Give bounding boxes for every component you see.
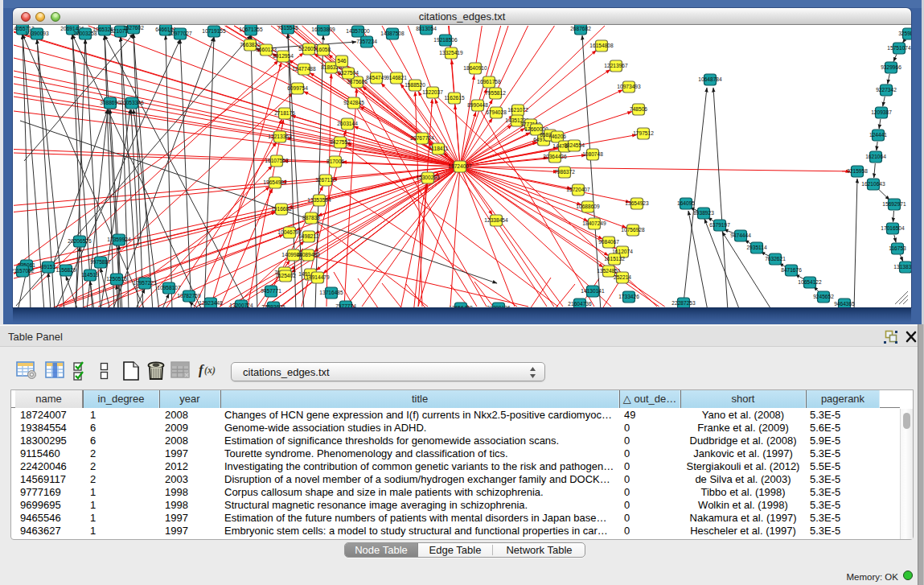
svg-text:15300293: 15300293 [416,175,440,180]
svg-text:1621064: 1621064 [865,154,886,159]
svg-text:3875685: 3875685 [347,79,368,84]
svg-text:22287253: 22287253 [671,300,696,306]
svg-text:39153: 39153 [41,264,56,270]
svg-text:3088690: 3088690 [100,100,121,105]
svg-text:10671355: 10671355 [239,27,263,32]
svg-text:14130141: 14130141 [581,288,605,294]
svg-text:1527602: 1527602 [123,25,144,31]
svg-text:13200724: 13200724 [229,303,253,307]
svg-text:10973493: 10973493 [617,84,641,89]
svg-text:21593605: 21593605 [261,304,285,307]
svg-text:9242845: 9242845 [343,100,364,105]
svg-text:13716485: 13716485 [319,290,343,295]
svg-text:13353594: 13353594 [307,197,331,203]
svg-text:9245652: 9245652 [813,294,834,299]
svg-text:1797512: 1797512 [633,130,654,136]
svg-text:10654122: 10654122 [798,279,822,285]
svg-text:2687682: 2687682 [570,26,591,31]
svg-text:12338454: 12338454 [484,217,508,223]
svg-text:1162615: 1162615 [444,95,465,101]
svg-text:10688609: 10688609 [576,204,600,209]
svg-text:9227342: 9227342 [876,87,897,93]
svg-text:1621072: 1621072 [507,107,528,113]
svg-text:8938923: 8938923 [693,210,714,216]
svg-text:8912954: 8912954 [273,53,294,59]
svg-text:14387508: 14387508 [380,31,405,36]
svg-text:20206576: 20206576 [68,238,92,244]
svg-text:12213363: 12213363 [268,134,292,139]
svg-text:1322037: 1322037 [422,89,443,95]
svg-text:15692971: 15692971 [882,201,906,207]
svg-text:21209136: 21209136 [487,305,511,307]
svg-text:1156829: 1156829 [55,267,76,273]
svg-text:9084067: 9084067 [598,239,619,245]
svg-text:2718176: 2718176 [274,110,295,116]
svg-text:13138398: 13138398 [893,264,911,270]
svg-text:2935114: 2935114 [746,245,767,250]
svg-text:12477488: 12477488 [292,66,316,72]
svg-text:20364436: 20364436 [543,154,567,159]
svg-text:8660123: 8660123 [256,47,277,52]
svg-text:8454749: 8454749 [366,75,387,80]
svg-text:12656458: 12656458 [449,305,473,307]
svg-text:16053809: 16053809 [311,27,335,32]
svg-text:9327504: 9327504 [338,70,359,76]
svg-text:21604736: 21604736 [568,301,592,307]
svg-text:3824554: 3824554 [564,142,585,148]
svg-text:9146821: 9146821 [386,75,407,80]
svg-text:1250515: 1250515 [106,276,127,282]
svg-text:17957223: 17957223 [133,280,157,286]
svg-text:1588520: 1588520 [405,82,425,88]
svg-text:16961758: 16961758 [477,79,501,84]
svg-text:14089483: 14089483 [296,252,320,257]
svg-text:3259810: 3259810 [898,31,911,36]
svg-text:1209387: 1209387 [871,109,892,115]
svg-text:7977734: 7977734 [335,303,356,307]
svg-text:817006: 817006 [326,159,344,164]
svg-text:746206: 746206 [548,134,566,139]
svg-text:7955812: 7955812 [485,90,506,96]
svg-text:7986372: 7986372 [554,169,575,175]
svg-text:8471676: 8471676 [781,267,802,273]
svg-text:10756928: 10756928 [621,227,645,233]
svg-text:114519: 114519 [81,272,99,278]
svg-text:19218506: 19218506 [433,37,458,43]
svg-text:12923448: 12923448 [199,300,223,306]
svg-text:9329966: 9329966 [881,64,901,70]
svg-text:10958107: 10958107 [157,285,181,290]
svg-text:16210643: 16210643 [861,181,885,187]
svg-text:18640910: 18640910 [463,65,487,71]
svg-text:8427552: 8427552 [330,139,351,145]
svg-text:116753: 116753 [889,245,906,251]
svg-text:18407249: 18407249 [582,220,606,226]
svg-text:22977027: 22977027 [168,31,192,36]
svg-text:124441: 124441 [869,132,887,138]
svg-text:19654982: 19654982 [263,179,287,185]
svg-text:15751074: 15751074 [887,45,911,51]
svg-text:20053346: 20053346 [120,100,144,105]
svg-text:(x): (x) [204,365,216,376]
svg-text:6099754: 6099754 [287,85,308,91]
svg-text:164095: 164095 [677,200,695,206]
svg-text:17016504: 17016504 [881,225,905,231]
svg-text:13654923: 13654923 [625,200,649,206]
svg-text:3498212: 3498212 [298,233,319,239]
svg-text:14914479: 14914479 [306,274,330,280]
svg-text:18724007: 18724007 [448,163,472,169]
svg-text:1916682: 1916682 [271,206,292,212]
svg-text:7357234: 7357234 [356,39,377,44]
svg-text:1080748: 1080748 [582,151,603,157]
svg-text:2603144: 2603144 [337,121,358,126]
svg-text:7515546: 7515546 [277,25,298,31]
svg-text:16154808: 16154808 [589,43,614,48]
svg-text:17359924: 17359924 [107,237,131,242]
svg-text:13325419: 13325419 [439,50,463,56]
svg-text:6379197: 6379197 [709,222,730,228]
svg-text:10719155: 10719155 [202,28,226,34]
svg-text:9975887: 9975887 [90,259,111,265]
svg-text:8215958: 8215958 [847,168,868,174]
svg-text:15720407: 15720407 [566,187,590,192]
svg-text:16107553: 16107553 [265,158,289,163]
svg-text:748506: 748506 [630,106,647,112]
svg-text:9474444: 9474444 [730,233,751,238]
